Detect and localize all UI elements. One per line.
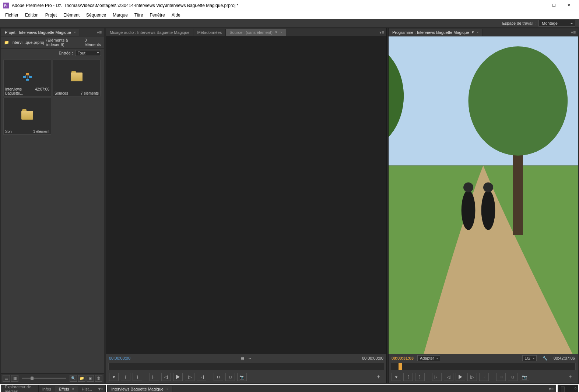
menu-sequence[interactable]: Séquence (83, 12, 109, 18)
svg-point-14 (469, 46, 568, 156)
panel-menu-icon[interactable]: ▾≡ (95, 30, 104, 35)
tab-source[interactable]: Source : (sans élément)▾× (226, 29, 286, 36)
tab-infos[interactable]: Infos (39, 386, 55, 392)
filter-dropdown[interactable]: Tout (75, 50, 101, 56)
sequence-icon (21, 73, 33, 81)
tab-effets[interactable]: Effets× (55, 386, 78, 392)
close-icon[interactable]: × (166, 387, 168, 391)
loop-icon[interactable]: ↔ (248, 356, 252, 360)
svg-point-20 (481, 190, 495, 230)
program-pos-timecode[interactable]: 00:00:31:03 (392, 356, 414, 360)
panel-menu-icon[interactable]: ▾≡ (569, 30, 578, 35)
tab-media-browser[interactable]: Explorateur de médias (1, 385, 39, 392)
menu-fichier[interactable]: Fichier (2, 12, 21, 18)
mark-in-button[interactable]: { (121, 373, 130, 381)
icon-view-button[interactable]: ▦ (11, 375, 18, 382)
svg-point-18 (462, 190, 476, 230)
step-back-button[interactable]: ◁| (161, 373, 171, 381)
timeline-tab[interactable]: Interviews Baguette Magique× (108, 386, 172, 392)
close-button[interactable]: ✕ (561, 0, 576, 11)
source-scrubber[interactable] (108, 363, 384, 370)
menu-aide[interactable]: Aide (169, 12, 183, 18)
add-button[interactable]: + (374, 373, 383, 381)
workspace-dropdown[interactable]: Montage (538, 20, 575, 27)
add-marker-button[interactable]: ♥ (392, 373, 401, 381)
svg-rect-1 (23, 76, 26, 78)
add-button[interactable]: + (565, 373, 575, 381)
panel-menu-icon[interactable]: ▾≡ (96, 386, 105, 392)
filter-label: Entrée : (59, 51, 73, 55)
close-icon[interactable]: × (477, 31, 479, 34)
menu-projet[interactable]: Projet (42, 12, 60, 18)
insert-button[interactable]: ⊓ (214, 373, 223, 381)
tab-mixage-audio[interactable]: Mixage audio : Interviews Baguette Magiq… (106, 29, 193, 36)
timeline-panel: Interviews Baguette Magique× ▾≡ 00:00:31… (107, 385, 556, 392)
marker-icon[interactable]: ▤ (241, 356, 244, 361)
goto-in-button[interactable]: |← (432, 373, 442, 381)
tab-metadata[interactable]: Métadonnées (193, 29, 226, 36)
delete-button[interactable]: 🗑 (95, 375, 102, 382)
bin-sources[interactable]: Sources7 éléments (53, 60, 101, 96)
project-footer: ☰ ▦ 🔍 📁 ▣ 🗑 (1, 373, 104, 383)
project-file-label: Intervi...que.prproj (11, 40, 44, 45)
goto-in-button[interactable]: |← (150, 373, 159, 381)
svg-point-19 (463, 182, 473, 192)
settings-icon[interactable]: 🔧 (543, 356, 548, 361)
menu-fenetre[interactable]: Fenêtre (147, 12, 168, 18)
close-icon[interactable]: × (74, 31, 76, 34)
tab-program[interactable]: Programme : Interviews Baguette Magique▾… (389, 29, 483, 36)
maximize-button[interactable]: ☐ (547, 0, 561, 11)
mark-out-button[interactable]: } (133, 373, 142, 381)
new-bin-button[interactable]: 📁 (78, 375, 85, 382)
overwrite-button[interactable]: ⊔ (225, 373, 235, 381)
folder-icon (21, 111, 33, 120)
mark-out-button[interactable]: } (415, 373, 425, 381)
app-icon: Pr (3, 3, 9, 8)
goto-out-button[interactable]: →| (479, 373, 489, 381)
export-frame-button[interactable]: 📷 (237, 373, 247, 381)
panel-menu-icon[interactable]: ▾≡ (547, 386, 556, 392)
program-scrubber[interactable] (391, 363, 576, 370)
menu-titre[interactable]: Titre (131, 12, 146, 18)
audio-meter: 0 -12 -24 -36 -48 SS dB (558, 385, 578, 392)
fit-dropdown[interactable]: Adapter (417, 355, 441, 361)
project-bins[interactable]: Interviews Baguette...42:07:06 Sources7 … (1, 57, 104, 373)
source-viewer[interactable] (106, 36, 386, 354)
bin-son[interactable]: Son1 élément (3, 98, 51, 135)
menu-element[interactable]: Elément (60, 12, 83, 18)
project-tab[interactable]: Projet : Interviews Baguette Magique× (1, 29, 80, 36)
zoom-dropdown[interactable]: 1/2 (522, 355, 537, 361)
goto-out-button[interactable]: →| (197, 373, 206, 381)
menu-edition[interactable]: Edition (22, 12, 42, 18)
find-button[interactable]: 🔍 (70, 375, 77, 382)
workspace-label: Espace de travail : (502, 21, 536, 25)
effects-panel: Explorateur de médias Infos Effets× Hist… (1, 385, 106, 392)
export-frame-button[interactable]: 📷 (520, 373, 529, 381)
close-icon[interactable]: × (280, 31, 282, 34)
step-forward-button[interactable]: |▷ (185, 373, 194, 381)
close-icon[interactable]: × (72, 387, 74, 391)
play-button[interactable] (173, 373, 183, 381)
program-monitor-panel: Programme : Interviews Baguette Magique▾… (388, 28, 578, 383)
project-index-label: (Eléments à indexer 9) (46, 38, 80, 47)
play-button[interactable] (456, 373, 465, 381)
menu-marque[interactable]: Marque (110, 12, 131, 18)
bin-sequence[interactable]: Interviews Baguette...42:07:06 (3, 60, 51, 96)
step-forward-button[interactable]: |▷ (467, 373, 477, 381)
add-marker-button[interactable]: ♥ (109, 373, 119, 381)
menubar: Fichier Edition Projet Elément Séquence … (0, 11, 579, 19)
new-item-button[interactable]: ▣ (87, 375, 94, 382)
lift-button[interactable]: ⊓ (496, 373, 506, 381)
step-back-button[interactable]: ◁| (444, 373, 453, 381)
panel-menu-icon[interactable]: ▾≡ (377, 30, 386, 35)
extract-button[interactable]: ⊔ (508, 373, 517, 381)
minimize-button[interactable]: ― (532, 0, 547, 11)
svg-rect-2 (29, 76, 32, 78)
program-viewer[interactable] (389, 36, 578, 354)
source-in-timecode[interactable]: 00;00;00;00 (109, 356, 130, 360)
tab-history[interactable]: Hist... (78, 386, 96, 392)
source-monitor-panel: Mixage audio : Interviews Baguette Magiq… (106, 28, 387, 383)
mark-in-button[interactable]: { (403, 373, 413, 381)
list-view-button[interactable]: ☰ (3, 375, 10, 382)
thumb-size-slider[interactable] (22, 378, 66, 379)
